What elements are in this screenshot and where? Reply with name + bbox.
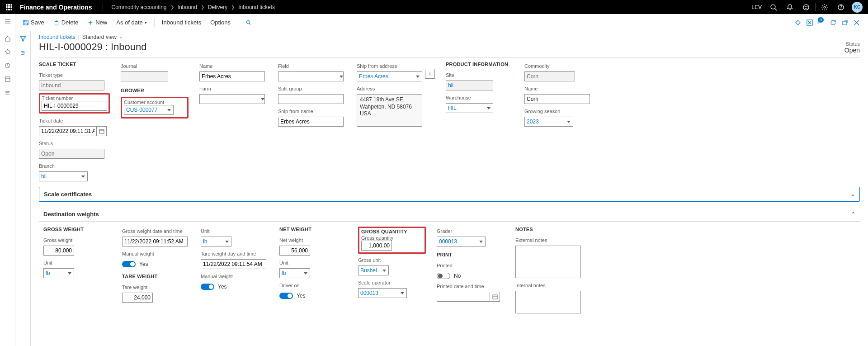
ship-from-addr-field[interactable] (357, 71, 422, 81)
net-unit-field[interactable] (279, 268, 310, 278)
field-label: Field (278, 63, 346, 69)
workspace-icon[interactable] (3, 75, 12, 84)
gross-unit2-field[interactable] (358, 265, 389, 275)
scale-operator-field[interactable] (358, 288, 407, 298)
tare-unit-field[interactable] (201, 237, 231, 246)
excel-icon[interactable] (806, 19, 814, 27)
content-area: Inbound tickets | Standard view ⌄ HIL-I-… (31, 31, 868, 346)
tare-datetime-field[interactable] (201, 259, 266, 269)
external-notes-field[interactable] (515, 246, 581, 278)
help-icon[interactable] (834, 0, 848, 14)
calendar-icon[interactable] (97, 126, 107, 136)
svg-point-13 (807, 6, 807, 7)
delete-button[interactable]: Delete (50, 17, 82, 28)
internal-notes-field[interactable] (515, 291, 581, 313)
add-address-button[interactable]: + (425, 69, 435, 79)
chevron-up-icon: ⌃ (851, 211, 855, 217)
destination-weights-header[interactable]: Destination weights ⌃ (39, 207, 860, 222)
gross-qty-field[interactable] (361, 241, 392, 251)
close-icon[interactable] (853, 19, 861, 27)
svg-rect-5 (11, 6, 12, 8)
printed-toggle[interactable] (437, 273, 450, 279)
ticket-date-label: Ticket date (39, 118, 110, 123)
name-label: Name (199, 63, 267, 69)
ticket-date-field[interactable] (39, 126, 97, 136)
pin-icon[interactable] (794, 19, 802, 27)
hamburger-icon[interactable] (3, 17, 12, 26)
refresh-icon[interactable] (829, 19, 837, 27)
view-name[interactable]: Standard view (82, 34, 117, 40)
find-button[interactable] (242, 18, 255, 28)
popout-icon[interactable] (841, 19, 849, 27)
farm-field[interactable] (199, 94, 265, 104)
funnel-icon[interactable] (20, 36, 26, 43)
ship-from-name-field[interactable] (278, 117, 344, 127)
gear-icon[interactable] (817, 0, 832, 14)
commodity-name-field[interactable] (524, 94, 590, 104)
as-of-date-button[interactable]: As of date ▾ (113, 17, 151, 28)
branch-field[interactable] (39, 171, 88, 181)
ticket-number-field[interactable] (42, 101, 107, 111)
breadcrumb-item[interactable]: Inbound tickets (238, 4, 275, 10)
scale-operator-label: Scale operator (358, 280, 426, 285)
gross-weight-field[interactable] (43, 246, 74, 256)
external-notes-label: External notes (515, 237, 583, 243)
breadcrumb-item[interactable]: Inbound (178, 4, 197, 10)
options-tab[interactable]: Options (207, 17, 234, 28)
scale-ticket-head: SCALE TICKET (39, 62, 110, 67)
manual-weight2-toggle[interactable] (201, 284, 214, 290)
delete-label: Delete (61, 19, 79, 26)
customer-account-field[interactable] (124, 105, 174, 115)
related-icon[interactable] (20, 50, 26, 57)
net-weight-field[interactable] (279, 246, 310, 256)
breadcrumb-item[interactable]: Delivery (208, 4, 227, 10)
save-button[interactable]: Save (19, 17, 48, 28)
svg-point-14 (824, 6, 826, 8)
search-icon[interactable] (766, 0, 781, 14)
avatar[interactable]: KC (850, 0, 864, 14)
grader-field[interactable] (437, 237, 486, 246)
weights-form: GROSS WEIGHT Gross weight Unit Gross wei… (43, 227, 855, 313)
attachments-icon[interactable]: 0 (817, 19, 826, 27)
driver-on-toggle[interactable] (279, 293, 293, 299)
name-field[interactable] (199, 71, 265, 81)
manual-weight-toggle[interactable] (122, 261, 136, 267)
internal-notes-label: Internal notes (515, 283, 583, 288)
tare-datetime-label: Tare weight day and time (201, 251, 269, 256)
field-field[interactable] (278, 71, 344, 81)
manual-weight2-label: Manual weight (201, 274, 269, 279)
gross-unit2-label: Gross unit (358, 257, 426, 263)
bell-icon[interactable] (783, 0, 797, 14)
modules-icon[interactable] (3, 88, 12, 97)
smiley-icon[interactable] (799, 0, 813, 14)
star-icon[interactable] (3, 47, 12, 57)
gross-datetime-field[interactable] (122, 237, 188, 246)
home-icon[interactable] (3, 34, 12, 43)
calendar-icon[interactable] (490, 292, 500, 302)
printed-label: Printed (437, 263, 505, 268)
season-field[interactable] (524, 117, 573, 127)
svg-rect-22 (24, 23, 28, 24)
svg-rect-36 (843, 21, 846, 25)
new-button[interactable]: New (84, 17, 111, 28)
site-field (446, 81, 493, 90)
attachments-count: 0 (818, 17, 824, 23)
crumb-link[interactable]: Inbound tickets (39, 34, 75, 40)
printed-dt-field[interactable] (437, 292, 490, 302)
gross-unit-field[interactable] (43, 268, 74, 278)
tare-weight-head: TARE WEIGHT (122, 274, 190, 279)
filter-rail (15, 31, 31, 346)
inbound-tickets-tab[interactable]: Inbound tickets (158, 17, 205, 28)
scale-certificates-fasttab[interactable]: Scale certificates ⌄ (39, 187, 860, 202)
tare-weight-field[interactable] (122, 293, 153, 303)
waffle-icon[interactable] (4, 2, 14, 13)
breadcrumb-item[interactable]: Commodity accounting (111, 4, 166, 10)
warehouse-field[interactable] (446, 103, 493, 113)
print-head: PRINT (437, 252, 505, 257)
svg-rect-1 (9, 4, 10, 5)
journal-field (121, 71, 168, 81)
recent-icon[interactable] (3, 61, 12, 70)
split-group-field[interactable] (278, 94, 344, 104)
command-bar: Save Delete New As of date ▾ Inbound tic… (15, 14, 868, 31)
address-box: 4487 19th Ave SE Wahpeton, ND 58076 USA (357, 94, 422, 127)
